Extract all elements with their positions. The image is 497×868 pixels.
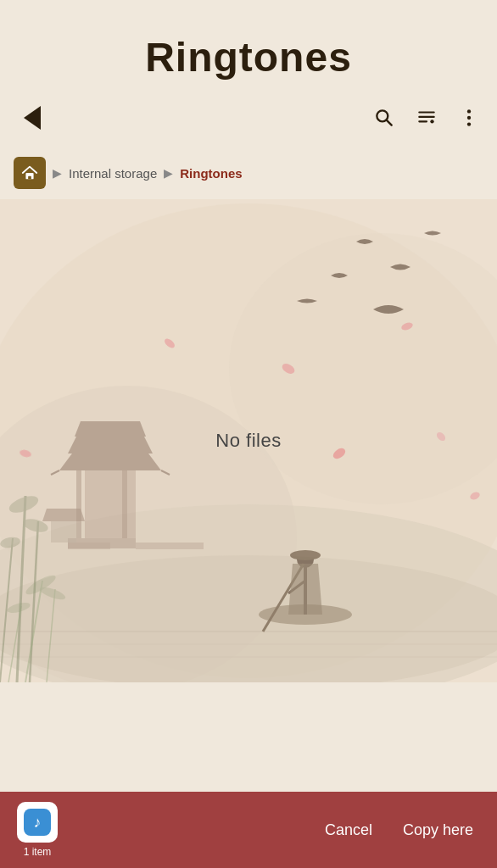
svg-rect-28 bbox=[51, 521, 76, 542]
music-note-icon: ♪ bbox=[34, 814, 42, 832]
svg-rect-17 bbox=[85, 470, 136, 538]
empty-state-message: No files bbox=[215, 430, 281, 452]
breadcrumb-internal-storage[interactable]: Internal storage bbox=[69, 166, 157, 181]
list-view-icon bbox=[416, 107, 438, 129]
more-options-icon bbox=[458, 107, 480, 129]
svg-marker-18 bbox=[59, 453, 161, 470]
svg-point-16 bbox=[0, 555, 497, 682]
svg-marker-20 bbox=[75, 421, 146, 437]
svg-line-1 bbox=[387, 120, 392, 125]
svg-point-52 bbox=[290, 550, 321, 560]
svg-marker-29 bbox=[42, 509, 85, 521]
header-section: Ringtones bbox=[0, 0, 497, 89]
svg-rect-25 bbox=[122, 470, 127, 538]
toolbar-right bbox=[373, 107, 480, 129]
svg-point-6 bbox=[467, 109, 471, 113]
search-button[interactable] bbox=[373, 107, 395, 129]
more-options-button[interactable] bbox=[458, 107, 480, 129]
copy-here-button[interactable]: Copy here bbox=[396, 815, 480, 846]
search-icon bbox=[373, 107, 395, 129]
selected-item-info: ♪ 1 item bbox=[17, 802, 58, 858]
svg-marker-19 bbox=[68, 437, 153, 453]
home-folder-button[interactable] bbox=[14, 157, 46, 189]
main-content: No files bbox=[0, 199, 497, 682]
bottom-action-bar: ♪ 1 item Cancel Copy here bbox=[0, 792, 497, 868]
svg-point-8 bbox=[467, 122, 471, 125]
breadcrumb-arrow-1: ▶ bbox=[53, 166, 62, 180]
svg-rect-24 bbox=[76, 470, 81, 538]
list-view-button[interactable] bbox=[416, 107, 438, 129]
home-icon bbox=[20, 164, 39, 182]
back-icon bbox=[24, 106, 41, 130]
item-count-label: 1 item bbox=[24, 846, 52, 858]
file-icon-wrapper: ♪ bbox=[17, 802, 58, 843]
toolbar-left bbox=[17, 103, 47, 133]
back-button[interactable] bbox=[17, 103, 47, 133]
svg-point-5 bbox=[430, 120, 433, 123]
svg-rect-26 bbox=[136, 542, 204, 549]
svg-rect-10 bbox=[28, 176, 31, 180]
breadcrumb-current: Ringtones bbox=[180, 166, 242, 181]
breadcrumb: ▶ Internal storage ▶ Ringtones bbox=[0, 147, 497, 199]
svg-point-7 bbox=[467, 116, 471, 120]
svg-marker-55 bbox=[288, 564, 322, 615]
music-app-icon: ♪ bbox=[24, 809, 51, 836]
toolbar bbox=[0, 89, 497, 147]
cancel-button[interactable]: Cancel bbox=[318, 815, 379, 846]
bottom-actions: Cancel Copy here bbox=[318, 815, 480, 846]
breadcrumb-arrow-2: ▶ bbox=[164, 166, 173, 180]
page-title: Ringtones bbox=[17, 34, 480, 81]
svg-rect-27 bbox=[68, 542, 110, 549]
